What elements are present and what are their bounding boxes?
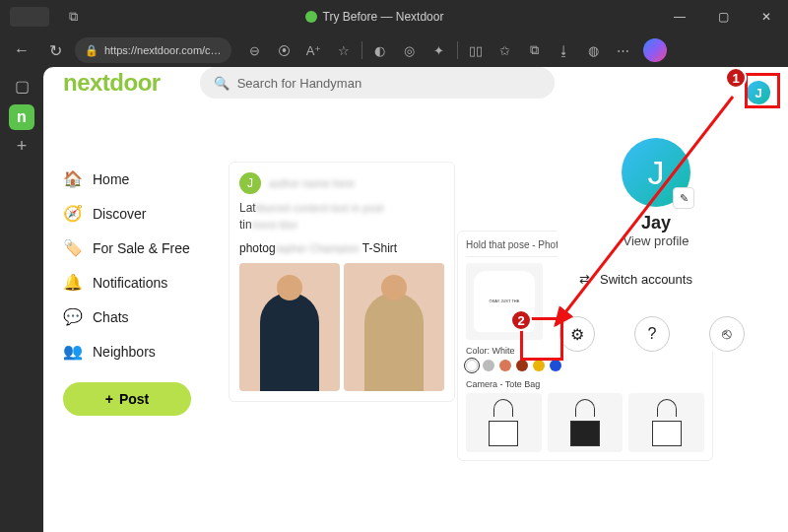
swatch-white[interactable] <box>466 360 478 371</box>
collections-icon[interactable]: ⧉ <box>521 36 549 64</box>
product2-label: Camera - Tote Bag <box>466 379 704 389</box>
new-tab-button[interactable]: + <box>17 136 28 157</box>
profile-icon[interactable]: ◍ <box>580 36 608 64</box>
gear-icon: ⚙ <box>570 325 584 344</box>
downloads-icon[interactable]: ⭳ <box>551 36 578 64</box>
swatch-yellow[interactable] <box>533 360 545 371</box>
post-photo-2[interactable] <box>344 263 444 391</box>
ext2-icon[interactable]: ◎ <box>396 36 424 64</box>
post-button[interactable]: +Post <box>63 382 191 416</box>
rail-tab-1[interactable]: ▢ <box>9 73 34 99</box>
swatch-brown[interactable] <box>516 360 528 371</box>
nav-home[interactable]: 🏠Home <box>63 162 211 196</box>
text-size-icon[interactable]: A⁺ <box>300 36 328 64</box>
bag-3[interactable] <box>628 393 704 452</box>
color-swatches <box>466 360 704 371</box>
nav-neighbors[interactable]: 👥Neighbors <box>63 334 211 368</box>
favorites-bar-icon[interactable]: ✩ <box>492 36 519 64</box>
settings-button[interactable]: ⚙ <box>559 316 595 352</box>
lock-icon: 🔒 <box>85 44 98 57</box>
favorite-icon[interactable]: ☆ <box>330 36 358 64</box>
address-bar[interactable]: 🔒 https://nextdoor.com/c… <box>75 37 231 63</box>
post-photo-1[interactable] <box>239 263 340 391</box>
profile-avatar[interactable]: J ✎ <box>622 138 690 207</box>
bag-2[interactable] <box>548 393 624 452</box>
edit-avatar-icon[interactable]: ✎ <box>673 187 694 209</box>
ext1-icon[interactable]: ◐ <box>366 36 394 64</box>
tag-icon: 🏷️ <box>63 238 83 257</box>
copilot-icon[interactable] <box>643 38 667 62</box>
post-avatar[interactable]: J <box>239 172 261 194</box>
maximize-button[interactable]: ▢ <box>701 0 745 33</box>
post-author: author name here <box>269 177 355 189</box>
swatch-orange[interactable] <box>499 360 511 371</box>
zoom-out-icon[interactable]: ⊖ <box>241 36 269 64</box>
tab-favicon <box>305 11 317 23</box>
nav-notifications[interactable]: 🔔Notifications <box>63 265 211 299</box>
feed-post[interactable]: J author name here Latblurred content te… <box>229 162 455 402</box>
swatch-blue[interactable] <box>550 360 561 371</box>
header-avatar[interactable]: J <box>747 81 770 104</box>
swatch-grey[interactable] <box>483 360 494 371</box>
profile-name: Jay <box>558 213 755 233</box>
workspaces-icon[interactable]: ⧉ <box>59 3 87 31</box>
back-button[interactable]: ← <box>8 36 35 64</box>
more-icon[interactable]: ⋯ <box>610 36 637 64</box>
nav-chats[interactable]: 💬Chats <box>63 299 211 334</box>
switch-accounts[interactable]: ⇄ Switch accounts <box>558 272 755 287</box>
view-profile-link[interactable]: View profile <box>558 233 755 248</box>
extensions-icon[interactable]: ✦ <box>426 36 453 64</box>
close-button[interactable]: ✕ <box>745 0 788 33</box>
plus-icon: + <box>105 391 113 407</box>
split-icon[interactable]: ▯▯ <box>462 36 490 64</box>
logout-button[interactable]: ⎋ <box>709 316 745 352</box>
chat-icon: 💬 <box>63 307 83 326</box>
minimize-button[interactable]: — <box>658 0 701 33</box>
url-text: https://nextdoor.com/c… <box>104 44 222 56</box>
search-input[interactable]: 🔍 Search for Handyman <box>200 67 555 99</box>
home-icon: 🏠 <box>63 169 83 188</box>
neighbors-icon: 👥 <box>63 342 83 361</box>
tab-shade <box>10 7 49 27</box>
product-image[interactable]: OKAY JUST THE <box>466 263 543 340</box>
tab-title: Try Before — Nextdoor <box>323 10 444 24</box>
logout-icon: ⎋ <box>722 325 732 343</box>
search-placeholder: Search for Handyman <box>237 76 361 91</box>
bag-1[interactable] <box>466 393 542 452</box>
rail-tab-active[interactable]: n <box>9 104 34 130</box>
help-button[interactable]: ? <box>634 316 670 352</box>
tracking-icon[interactable]: ⦿ <box>271 36 298 64</box>
post-product-title: photographer Champion T-Shirt <box>239 241 444 255</box>
refresh-button[interactable]: ↻ <box>41 36 69 64</box>
switch-icon: ⇄ <box>579 272 590 287</box>
bell-icon: 🔔 <box>63 273 83 292</box>
post-body: Latblurred content text in post tinmore … <box>239 200 444 233</box>
help-icon: ? <box>648 325 657 343</box>
nav-discover[interactable]: 🧭Discover <box>63 196 211 231</box>
profile-menu: J ✎ Jay View profile ⇄ Switch accounts ⚙… <box>558 120 755 352</box>
nav-for-sale[interactable]: 🏷️For Sale & Free <box>63 231 211 265</box>
compass-icon: 🧭 <box>63 204 83 223</box>
brand-logo[interactable]: nextdoor <box>63 69 161 97</box>
search-icon: 🔍 <box>214 76 230 91</box>
